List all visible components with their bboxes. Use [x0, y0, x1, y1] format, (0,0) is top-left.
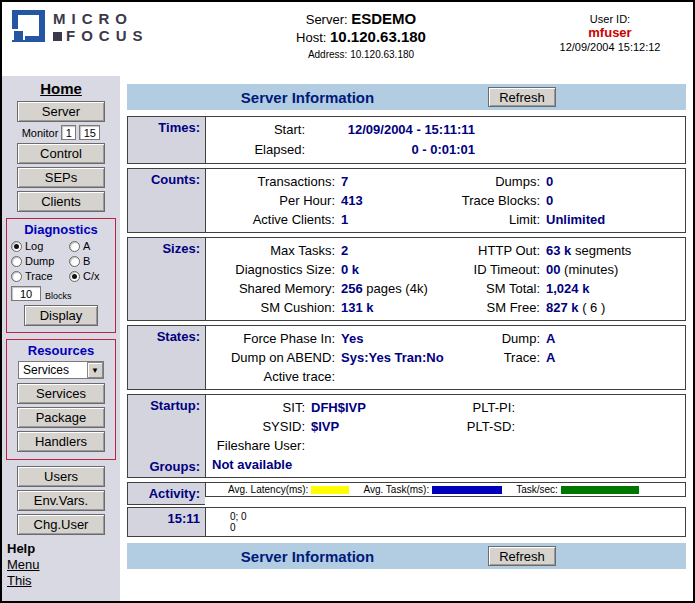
services-button[interactable]: Services: [17, 383, 105, 404]
field-label: Shared Memory:: [210, 279, 340, 298]
monitor-input-2[interactable]: [79, 125, 100, 140]
field-label: Active trace:: [210, 367, 340, 386]
elapsed-label: Elapsed:: [210, 140, 310, 160]
users-button[interactable]: Users: [17, 466, 105, 487]
field-label: ID Timeout:: [435, 260, 545, 279]
field-value: 131 k: [340, 298, 435, 317]
field-value: [340, 367, 435, 386]
field-value: 256 pages (4k): [340, 279, 435, 298]
display-button[interactable]: Display: [24, 305, 98, 326]
field-label: PLT-SD:: [460, 417, 520, 436]
elapsed-value: 0 - 0:01:01: [310, 140, 475, 160]
handlers-button[interactable]: Handlers: [17, 431, 105, 452]
radio-log[interactable]: [11, 241, 22, 252]
radio-dump-label: Dump: [25, 255, 54, 267]
radio-b-label: B: [83, 255, 90, 267]
field-label: SIT:: [210, 398, 310, 417]
partial-link[interactable]: This: [7, 573, 117, 588]
field-label: Active Clients:: [210, 210, 340, 229]
states-content: Force Phase In: Yes Dump: A Dump on ABEN…: [205, 325, 686, 390]
diagnostics-title: Diagnostics: [9, 222, 113, 237]
server-info: Server: ESDEMO Host: 10.120.63.180 Addre…: [187, 10, 535, 63]
field-value: $IVP: [310, 417, 460, 436]
times-content: Start: 12/09/2004 - 15:11:11 Elapsed: 0 …: [205, 116, 686, 164]
field-value: 1,024 k: [545, 279, 679, 298]
dropdown-arrow-icon[interactable]: ▼: [87, 362, 103, 378]
startup-groups-labels: Startup: Groups:: [127, 394, 205, 478]
field-value: Yes: [340, 329, 435, 348]
field-value: 0 k: [340, 260, 435, 279]
main-content: Server Information Refresh Times: Start:…: [120, 76, 693, 601]
control-button[interactable]: Control: [17, 143, 105, 164]
section-title: Server Information: [127, 548, 488, 565]
groups-value: Not available: [210, 455, 679, 474]
field-label: Dump:: [435, 329, 545, 348]
startup-content: SIT: DFH$IVP PLT-PI: SYSID: $IVP PLT-SD:…: [205, 394, 686, 478]
counts-label: Counts:: [127, 168, 205, 233]
server-information-footer-bar: Server Information Refresh: [127, 543, 686, 569]
resources-dropdown[interactable]: Services ▼: [18, 361, 104, 379]
section-startup: Startup: Groups: SIT: DFH$IVP PLT-PI: SY…: [127, 394, 686, 478]
menu-link[interactable]: Menu: [7, 557, 117, 572]
radio-a[interactable]: [69, 241, 80, 252]
blocks-input[interactable]: [11, 286, 41, 301]
refresh-button[interactable]: Refresh: [488, 87, 556, 107]
radio-trace[interactable]: [11, 271, 22, 282]
field-label: SM Total:: [435, 279, 545, 298]
start-value: 12/09/2004 - 15:11:11: [310, 120, 475, 140]
chguser-button[interactable]: Chg.User: [17, 514, 105, 535]
field-value: [520, 436, 679, 455]
page: MICRO FOCUS Server: ESDEMO Host: 10.120.…: [0, 0, 695, 603]
times-label: Times:: [127, 116, 205, 164]
logo-line1: MICRO: [53, 10, 133, 27]
clients-button[interactable]: Clients: [17, 191, 105, 212]
radio-log-label: Log: [25, 240, 43, 252]
activity-label: Activity:: [127, 482, 205, 505]
field-value: 0: [545, 172, 679, 191]
server-information-header-bar: Server Information Refresh: [127, 84, 686, 110]
microfocus-logo-icon: [12, 10, 46, 45]
field-value: 0: [545, 191, 679, 210]
header-timestamp: 12/09/2004 15:12:12: [535, 40, 685, 54]
field-value: 7: [340, 172, 435, 191]
field-value: [545, 367, 679, 386]
field-value: DFH$IVP: [310, 398, 460, 417]
field-label: SM Free:: [435, 298, 545, 317]
field-label: Per Hour:: [210, 191, 340, 210]
field-value: 63 k segments: [545, 241, 679, 260]
field-label: SYSID:: [210, 417, 310, 436]
resources-panel: Resources Services ▼ Services Package Ha…: [6, 339, 116, 460]
monitor-input-1[interactable]: [61, 125, 76, 140]
field-label: Fileshare User:: [210, 436, 310, 455]
package-button[interactable]: Package: [17, 407, 105, 428]
field-label: [435, 367, 545, 386]
activity-content: Avg. Latency(ms): Avg. Task(ms): Task/se…: [205, 482, 686, 497]
diagnostics-radio-row: Dump B: [11, 255, 111, 267]
section-states: States: Force Phase In: Yes Dump: A Dump…: [127, 325, 686, 390]
home-link[interactable]: Home: [5, 80, 117, 97]
section-counts: Counts: Transactions: 7 Dumps: 0 Per Hou…: [127, 168, 686, 233]
field-value: A: [545, 329, 679, 348]
server-label: Server:: [306, 12, 348, 27]
field-label: Dump on ABEND:: [210, 348, 340, 367]
radio-b[interactable]: [69, 256, 80, 267]
envvars-button[interactable]: Env.Vars.: [17, 490, 105, 511]
seps-button[interactable]: SEPs: [17, 167, 105, 188]
tasksec-bar: [561, 486, 639, 494]
field-value: [520, 417, 679, 436]
help-label: Help: [7, 541, 117, 556]
field-label: Trace:: [435, 348, 545, 367]
refresh-button[interactable]: Refresh: [488, 546, 556, 566]
field-label: HTTP Out:: [435, 241, 545, 260]
resources-dropdown-value: Services: [19, 363, 87, 377]
task-bar: [432, 486, 502, 494]
user-id-value: mfuser: [535, 26, 685, 40]
radio-cx[interactable]: [69, 271, 80, 282]
radio-dump[interactable]: [11, 256, 22, 267]
tasksec-legend-label: Task/sec:: [516, 484, 558, 495]
sizes-label: Sizes:: [127, 237, 205, 321]
groups-label: Groups:: [130, 459, 200, 474]
diagnostics-radio-row: Log A: [11, 240, 111, 252]
states-label: States:: [127, 325, 205, 390]
server-button[interactable]: Server: [17, 101, 105, 122]
